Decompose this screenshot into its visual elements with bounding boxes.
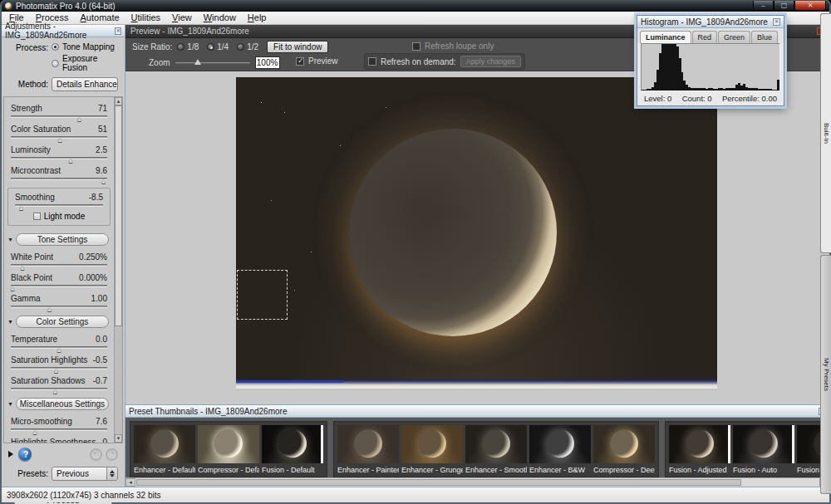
zoom-slider-thumb[interactable] — [194, 59, 201, 65]
menu-item-view[interactable]: View — [166, 12, 198, 24]
process-option-tone-mapping[interactable]: Tone Mapping — [52, 42, 125, 51]
presets-dropdown[interactable]: Previous — [52, 467, 118, 481]
slider-thumb[interactable]: ▲ — [32, 429, 38, 436]
window-titlebar[interactable]: Photomatix Pro 4.0 (64-bit) – ▢ ✕ — [2, 0, 829, 12]
preset-thumbnail[interactable]: Enhancer - Default — [134, 425, 195, 474]
method-dropdown[interactable]: Details Enhancer — [52, 77, 118, 91]
preset-thumbnail-label: Fusion - Adjusted — [669, 466, 730, 474]
radio-icon[interactable] — [52, 43, 59, 51]
zoom-slider[interactable] — [175, 62, 250, 64]
preset-thumbnail[interactable]: Compressor - Deep — [593, 425, 655, 474]
scrollbar-thumb[interactable] — [136, 479, 741, 486]
size-ratio-option-label: 1/8 — [187, 42, 199, 51]
expand-triangle-icon[interactable] — [8, 451, 13, 458]
refresh-on-demand-checkbox[interactable] — [368, 57, 376, 66]
help-button[interactable]: ? — [18, 448, 32, 461]
slider-track[interactable]: ▲ — [11, 346, 107, 349]
size-ratio-option-1-8[interactable]: 1/8 — [177, 42, 199, 51]
slider-thumb[interactable]: ▲ — [76, 116, 82, 123]
histogram-tab-blue[interactable]: Blue — [751, 31, 778, 43]
minimize-button[interactable]: – — [753, 1, 774, 11]
preview-checkbox[interactable] — [296, 57, 304, 66]
light-mode-checkbox[interactable] — [33, 213, 41, 220]
zoom-value-field[interactable]: 100% — [255, 56, 280, 69]
preview-image[interactable] — [236, 77, 717, 390]
radio-icon[interactable] — [207, 43, 214, 51]
preset-thumbnail[interactable]: Compressor - Default — [198, 425, 259, 474]
collapse-triangle-icon[interactable]: ▼ — [7, 237, 13, 242]
preset-thumbnail[interactable]: Enhancer - Painterly — [337, 425, 399, 474]
preset-thumbnail[interactable]: Enhancer - Grunge — [401, 425, 463, 474]
slider-track[interactable]: ▲ — [11, 388, 107, 390]
fit-to-window-button[interactable]: Fit to window — [267, 41, 328, 53]
slider-thumb[interactable]: ▲ — [57, 137, 63, 144]
slider-thumb[interactable]: ▲ — [52, 389, 58, 395]
slider-track[interactable]: ▲ — [15, 204, 103, 207]
maximize-button[interactable]: ▢ — [774, 1, 794, 11]
preset-group: Fusion - AdjustedFusion - AutoFusion - 2… — [665, 421, 829, 477]
adjustments-scrollbar[interactable]: ▲ ▼ — [114, 97, 122, 443]
slider-track[interactable]: ▲ — [11, 428, 107, 431]
histogram-tab-green[interactable]: Green — [718, 31, 750, 43]
adjustments-close-icon[interactable]: ✕ — [115, 27, 121, 35]
preset-thumbnail[interactable]: Enhancer - Smooth — [465, 425, 527, 474]
slider-thumb[interactable]: ▲ — [100, 179, 106, 185]
collapse-triangle-icon[interactable]: ▼ — [7, 401, 13, 407]
histogram-tab-luminance[interactable]: Luminance — [640, 31, 691, 43]
radio-icon[interactable] — [52, 60, 59, 67]
scroll-down-icon[interactable]: ▼ — [115, 434, 122, 443]
redo-button[interactable]: ↷ — [106, 448, 118, 461]
collapse-triangle-icon[interactable]: ▼ — [7, 319, 13, 325]
scrollbar-thumb[interactable] — [115, 105, 122, 326]
slider-thumb[interactable]: ▲ — [17, 205, 24, 212]
menu-item-utilities[interactable]: Utilities — [125, 12, 166, 24]
apply-changes-button[interactable]: Apply changes — [460, 56, 521, 67]
scroll-up-icon[interactable]: ▲ — [115, 97, 122, 105]
slider-track[interactable]: ▲ — [11, 178, 107, 180]
size-ratio-option-1-2[interactable]: 1/2 — [237, 42, 258, 51]
slider-smoothing: Smoothing-8.5▲ — [15, 193, 103, 207]
size-ratio-option-1-4[interactable]: 1/4 — [207, 42, 229, 51]
section-button-miscellaneous-settings[interactable]: Miscellaneous Settings — [16, 398, 109, 410]
preset-thumbnail[interactable]: Enhancer - B&W — [529, 425, 591, 474]
preset-tab-built-in[interactable]: Built-In — [820, 13, 831, 253]
slider-thumb[interactable]: ▲ — [56, 347, 62, 354]
slider-track[interactable]: ▲ — [11, 157, 107, 159]
preset-thumbnail[interactable]: Fusion - Default — [262, 425, 323, 474]
slider-thumb[interactable]: ▲ — [9, 286, 16, 292]
section-button-color-settings[interactable]: Color Settings — [16, 316, 109, 328]
slider-strength: Strength71▲ — [11, 104, 107, 118]
slider-track[interactable]: ▲ — [11, 264, 107, 267]
slider-thumb[interactable]: ▲ — [67, 158, 74, 164]
refresh-loupe-checkbox[interactable] — [412, 42, 420, 51]
light-mode-row[interactable]: Light mode — [8, 212, 110, 221]
stepper-icon[interactable] — [106, 467, 117, 480]
slider-track[interactable]: ▲ — [11, 306, 107, 308]
slider-track[interactable]: ▲ — [11, 367, 107, 369]
histogram-close-icon[interactable]: ✕ — [773, 18, 780, 26]
presets-scrollbar[interactable]: ◄ ► — [125, 477, 829, 487]
slider-thumb[interactable]: ▲ — [19, 265, 26, 272]
preset-tab-my-presets[interactable]: My Presets — [820, 255, 831, 495]
slider-track[interactable]: ▲ — [11, 285, 107, 287]
preset-thumbnail[interactable]: Fusion - Adjusted — [669, 425, 730, 474]
histogram-tab-red[interactable]: Red — [692, 31, 718, 43]
histogram-header[interactable]: Histogram - IMG_1809And26more ✕ — [637, 16, 784, 28]
process-option-exposure-fusion[interactable]: Exposure Fusion — [52, 54, 125, 72]
slider-thumb[interactable]: ▲ — [46, 306, 52, 313]
scroll-left-icon[interactable]: ◄ — [125, 478, 135, 487]
slider-track[interactable]: ▲ — [11, 136, 107, 139]
slider-thumb[interactable]: ▲ — [53, 368, 60, 374]
undo-button[interactable]: ↶ — [90, 448, 102, 461]
preset-thumbnail[interactable]: Fusion - Auto — [733, 425, 794, 474]
loupe-selection-rect[interactable] — [237, 270, 288, 320]
slider-track[interactable]: ▲ — [11, 115, 107, 118]
menu-item-window[interactable]: Window — [198, 12, 242, 24]
radio-icon[interactable] — [177, 43, 184, 51]
close-button[interactable]: ✕ — [794, 1, 826, 11]
histogram-window[interactable]: Histogram - IMG_1809And26more ✕ Luminanc… — [637, 15, 784, 106]
radio-icon[interactable] — [237, 43, 244, 51]
adjustments-pane: Adjustments - IMG_1809And26more ✕ Proces… — [2, 25, 125, 487]
section-button-tone-settings[interactable]: Tone Settings — [16, 233, 109, 246]
menu-item-help[interactable]: Help — [242, 12, 273, 24]
